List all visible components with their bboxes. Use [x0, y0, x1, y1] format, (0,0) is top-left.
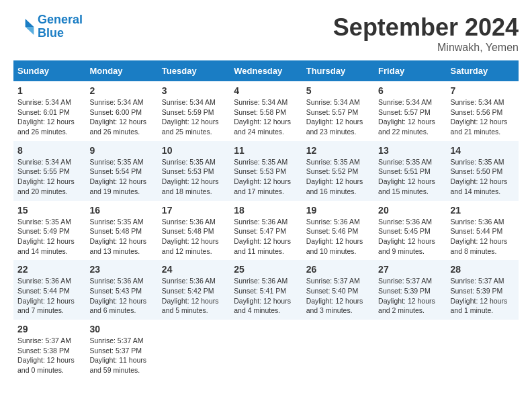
day-number: 9 [89, 145, 153, 156]
weekday-header: Friday [374, 60, 446, 81]
logo-icon [13, 16, 35, 38]
svg-marker-1 [26, 27, 34, 35]
day-info: Sunrise: 5:36 AMSunset: 5:43 PMDaylight:… [89, 276, 153, 316]
calendar-week-row: 22Sunrise: 5:36 AMSunset: 5:44 PMDayligh… [13, 260, 519, 320]
day-info: Sunrise: 5:36 AMSunset: 5:46 PMDaylight:… [306, 217, 370, 257]
day-number: 29 [17, 324, 81, 334]
day-info: Sunrise: 5:34 AMSunset: 5:55 PMDaylight:… [17, 157, 81, 197]
day-number: 17 [162, 205, 226, 216]
day-number: 11 [234, 145, 298, 156]
day-number: 19 [306, 205, 370, 216]
day-info: Sunrise: 5:35 AMSunset: 5:54 PMDaylight:… [89, 157, 153, 197]
calendar-cell: 16Sunrise: 5:35 AMSunset: 5:48 PMDayligh… [85, 201, 157, 261]
calendar-cell: 17Sunrise: 5:36 AMSunset: 5:48 PMDayligh… [158, 201, 230, 261]
calendar-cell: 11Sunrise: 5:35 AMSunset: 5:53 PMDayligh… [230, 141, 302, 201]
weekday-header: Monday [85, 60, 157, 81]
logo-text: General Blue [38, 13, 83, 40]
day-info: Sunrise: 5:34 AMSunset: 5:58 PMDaylight:… [234, 97, 298, 137]
calendar-cell: 26Sunrise: 5:37 AMSunset: 5:40 PMDayligh… [302, 260, 374, 320]
day-number: 13 [378, 145, 442, 156]
day-info: Sunrise: 5:35 AMSunset: 5:49 PMDaylight:… [17, 217, 81, 257]
day-info: Sunrise: 5:35 AMSunset: 5:53 PMDaylight:… [162, 157, 226, 197]
day-info: Sunrise: 5:35 AMSunset: 5:53 PMDaylight:… [234, 157, 298, 197]
calendar-cell: 14Sunrise: 5:35 AMSunset: 5:50 PMDayligh… [447, 141, 519, 201]
calendar-week-row: 8Sunrise: 5:34 AMSunset: 5:55 PMDaylight… [13, 141, 519, 201]
calendar-cell [374, 320, 446, 379]
logo: General Blue [13, 13, 83, 40]
calendar-cell: 28Sunrise: 5:37 AMSunset: 5:39 PMDayligh… [447, 260, 519, 320]
logo-line1: General [38, 13, 83, 26]
day-number: 20 [378, 205, 442, 216]
calendar-cell: 9Sunrise: 5:35 AMSunset: 5:54 PMDaylight… [85, 141, 157, 201]
day-number: 25 [234, 264, 298, 275]
day-number: 2 [89, 85, 153, 96]
day-info: Sunrise: 5:35 AMSunset: 5:52 PMDaylight:… [306, 157, 370, 197]
day-info: Sunrise: 5:34 AMSunset: 5:57 PMDaylight:… [378, 97, 442, 137]
day-info: Sunrise: 5:35 AMSunset: 5:51 PMDaylight:… [378, 157, 442, 197]
day-number: 3 [162, 85, 226, 96]
day-info: Sunrise: 5:37 AMSunset: 5:39 PMDaylight:… [378, 276, 442, 316]
day-number: 15 [17, 205, 81, 216]
title-area: September 2024 Minwakh, Yemen [333, 13, 519, 54]
day-info: Sunrise: 5:36 AMSunset: 5:45 PMDaylight:… [378, 217, 442, 257]
day-info: Sunrise: 5:36 AMSunset: 5:47 PMDaylight:… [234, 217, 298, 257]
day-info: Sunrise: 5:34 AMSunset: 5:56 PMDaylight:… [451, 97, 515, 137]
day-number: 16 [89, 205, 153, 216]
day-number: 8 [17, 145, 81, 156]
calendar-week-row: 1Sunrise: 5:34 AMSunset: 6:01 PMDaylight… [13, 81, 519, 141]
calendar-cell [230, 320, 302, 379]
calendar-cell [447, 320, 519, 379]
calendar-cell: 21Sunrise: 5:36 AMSunset: 5:44 PMDayligh… [447, 201, 519, 261]
calendar-header-row: SundayMondayTuesdayWednesdayThursdayFrid… [13, 60, 519, 81]
weekday-header: Wednesday [230, 60, 302, 81]
day-info: Sunrise: 5:34 AMSunset: 5:57 PMDaylight:… [306, 97, 370, 137]
calendar-cell: 3Sunrise: 5:34 AMSunset: 5:59 PMDaylight… [158, 81, 230, 141]
calendar-cell: 29Sunrise: 5:37 AMSunset: 5:38 PMDayligh… [13, 320, 85, 379]
calendar-cell: 19Sunrise: 5:36 AMSunset: 5:46 PMDayligh… [302, 201, 374, 261]
day-number: 6 [378, 85, 442, 96]
calendar-cell: 4Sunrise: 5:34 AMSunset: 5:58 PMDaylight… [230, 81, 302, 141]
location: Minwakh, Yemen [333, 42, 519, 54]
day-info: Sunrise: 5:34 AMSunset: 6:00 PMDaylight:… [89, 97, 153, 137]
day-number: 12 [306, 145, 370, 156]
calendar-cell: 20Sunrise: 5:36 AMSunset: 5:45 PMDayligh… [374, 201, 446, 261]
svg-marker-0 [26, 19, 34, 27]
calendar-cell: 25Sunrise: 5:36 AMSunset: 5:41 PMDayligh… [230, 260, 302, 320]
day-info: Sunrise: 5:37 AMSunset: 5:39 PMDaylight:… [451, 276, 515, 316]
day-number: 21 [451, 205, 515, 216]
calendar-cell: 22Sunrise: 5:36 AMSunset: 5:44 PMDayligh… [13, 260, 85, 320]
calendar-cell: 23Sunrise: 5:36 AMSunset: 5:43 PMDayligh… [85, 260, 157, 320]
calendar-cell: 1Sunrise: 5:34 AMSunset: 6:01 PMDaylight… [13, 81, 85, 141]
calendar-cell: 12Sunrise: 5:35 AMSunset: 5:52 PMDayligh… [302, 141, 374, 201]
calendar-week-row: 29Sunrise: 5:37 AMSunset: 5:38 PMDayligh… [13, 320, 519, 379]
weekday-header: Tuesday [158, 60, 230, 81]
weekday-header: Saturday [447, 60, 519, 81]
day-number: 26 [306, 264, 370, 275]
day-number: 28 [451, 264, 515, 275]
day-info: Sunrise: 5:35 AMSunset: 5:48 PMDaylight:… [89, 217, 153, 257]
day-info: Sunrise: 5:34 AMSunset: 5:59 PMDaylight:… [162, 97, 226, 137]
calendar-cell: 24Sunrise: 5:36 AMSunset: 5:42 PMDayligh… [158, 260, 230, 320]
day-number: 4 [234, 85, 298, 96]
day-number: 10 [162, 145, 226, 156]
calendar-week-row: 15Sunrise: 5:35 AMSunset: 5:49 PMDayligh… [13, 201, 519, 261]
day-info: Sunrise: 5:37 AMSunset: 5:38 PMDaylight:… [17, 336, 81, 375]
calendar-cell: 5Sunrise: 5:34 AMSunset: 5:57 PMDaylight… [302, 81, 374, 141]
day-info: Sunrise: 5:37 AMSunset: 5:40 PMDaylight:… [306, 276, 370, 316]
month-title: September 2024 [333, 13, 519, 42]
day-info: Sunrise: 5:36 AMSunset: 5:41 PMDaylight:… [234, 276, 298, 316]
calendar-cell: 15Sunrise: 5:35 AMSunset: 5:49 PMDayligh… [13, 201, 85, 261]
day-info: Sunrise: 5:36 AMSunset: 5:48 PMDaylight:… [162, 217, 226, 257]
calendar-cell: 30Sunrise: 5:37 AMSunset: 5:37 PMDayligh… [85, 320, 157, 379]
weekday-header: Sunday [13, 60, 85, 81]
day-info: Sunrise: 5:34 AMSunset: 6:01 PMDaylight:… [17, 97, 81, 137]
day-info: Sunrise: 5:36 AMSunset: 5:42 PMDaylight:… [162, 276, 226, 316]
day-info: Sunrise: 5:35 AMSunset: 5:50 PMDaylight:… [451, 157, 515, 197]
day-number: 24 [162, 264, 226, 275]
calendar-cell: 2Sunrise: 5:34 AMSunset: 6:00 PMDaylight… [85, 81, 157, 141]
day-number: 14 [451, 145, 515, 156]
day-number: 30 [89, 324, 153, 334]
calendar-cell: 18Sunrise: 5:36 AMSunset: 5:47 PMDayligh… [230, 201, 302, 261]
calendar-cell: 6Sunrise: 5:34 AMSunset: 5:57 PMDaylight… [374, 81, 446, 141]
logo-line2: Blue [38, 26, 64, 40]
